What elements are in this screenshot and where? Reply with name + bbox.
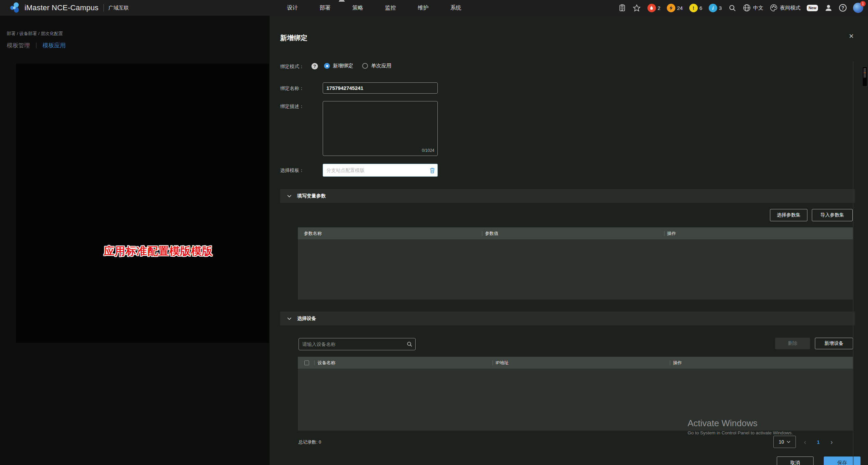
critical-alarm-flame-icon <box>647 4 656 12</box>
activate-windows-watermark: Activate Windows <box>688 418 757 429</box>
caret-down-icon <box>787 440 790 443</box>
binding-desc-wrap: 0/1024 <box>323 101 438 156</box>
save-button[interactable]: 保存 <box>824 456 861 465</box>
page-tabs: 模板管理 模板应用 <box>7 42 66 49</box>
section-variable-params[interactable]: 填写变量参数 <box>280 189 855 203</box>
page-content-area: 应用标准配置模版模版 <box>16 64 269 343</box>
param-table-body-empty <box>298 239 853 300</box>
device-search-field <box>299 338 416 350</box>
palette-icon <box>770 4 778 12</box>
template-select-input[interactable] <box>323 167 427 173</box>
col-device-name: 设备名称 <box>318 360 335 366</box>
section-title: 填写变量参数 <box>297 193 326 199</box>
page-size-value: 10 <box>779 439 784 445</box>
major-alarm-count: 24 <box>677 5 683 11</box>
search-icon[interactable] <box>728 4 736 12</box>
tab-template-management[interactable]: 模板管理 <box>7 42 30 49</box>
globe-icon <box>743 4 751 12</box>
import-param-set-button[interactable]: 导入参数集 <box>812 209 853 221</box>
top-right-tools: 2 24 ! 6 i 3 <box>618 0 863 16</box>
minor-alarm-group[interactable]: ! 6 <box>689 4 702 12</box>
cancel-button[interactable]: 取消 <box>777 456 814 465</box>
edge-annotation-widget[interactable] <box>862 67 867 86</box>
delete-device-button-disabled[interactable]: 删除 <box>775 338 810 349</box>
device-table-header: 设备名称 IP地址 操作 <box>298 357 853 369</box>
user-icon[interactable] <box>824 4 833 12</box>
critical-alarm-count: 2 <box>658 5 660 11</box>
pagination: 10 ‹ 1 › <box>773 436 837 448</box>
radio-single-apply[interactable]: 单次应用 <box>362 63 391 69</box>
page-size-select[interactable]: 10 <box>773 436 796 448</box>
binding-mode-label: 绑定模式： <box>280 64 304 70</box>
menu-design[interactable]: 设计 <box>287 4 298 12</box>
menu-deploy[interactable]: 部署 <box>320 4 331 12</box>
top-bar: iMaster NCE-Campus 广域互联 设计 部署 策略 监控 维护 系… <box>0 0 868 16</box>
close-icon[interactable]: × <box>849 32 854 40</box>
drawer-title: 新增绑定 <box>280 33 307 43</box>
next-page-button[interactable]: › <box>826 436 837 448</box>
column-divider <box>664 231 664 236</box>
template-select-field <box>323 164 438 177</box>
select-param-set-button[interactable]: 选择参数集 <box>770 209 807 221</box>
major-alarm-lightning-icon <box>667 4 675 12</box>
device-search-input[interactable] <box>299 341 404 347</box>
task-list-icon[interactable] <box>618 4 626 12</box>
new-feature-badge[interactable]: New <box>807 5 818 11</box>
binding-desc-textarea[interactable] <box>323 101 438 156</box>
breadcrumb: 部署 / 设备部署 / 层次化配置 <box>7 31 63 37</box>
col-param-value: 参数值 <box>485 230 498 237</box>
radio-new-binding[interactable]: 新增绑定 <box>324 63 353 69</box>
main-menu: 设计 部署 策略 监控 维护 系统 <box>287 0 461 16</box>
radio-unselected-icon <box>362 63 368 69</box>
param-table: 参数名称 参数值 操作 <box>298 227 853 300</box>
binding-name-label: 绑定名称： <box>280 85 304 92</box>
info-alarm-count: 3 <box>719 5 722 11</box>
product-title: iMaster NCE-Campus <box>25 3 99 12</box>
col-param-name: 参数名称 <box>304 230 322 237</box>
col-param-op: 操作 <box>667 230 676 237</box>
radio-selected-icon <box>324 63 330 69</box>
help-icon[interactable]: ? <box>839 4 847 12</box>
language-label: 中文 <box>753 5 763 11</box>
major-alarm-group[interactable]: 24 <box>667 4 683 12</box>
info-alarm-icon: i <box>709 4 717 12</box>
total-records-label: 总记录数: 0 <box>299 439 321 445</box>
user-avatar[interactable]: 1 <box>853 3 863 13</box>
column-divider <box>482 231 482 236</box>
info-alarm-group[interactable]: i 3 <box>709 4 722 12</box>
param-table-header: 参数名称 参数值 操作 <box>298 227 853 239</box>
avatar-notification-badge: 1 <box>860 1 866 6</box>
menu-policy[interactable]: 策略 <box>352 4 363 12</box>
favorites-star-icon[interactable] <box>633 4 641 12</box>
current-page-number[interactable]: 1 <box>814 439 822 445</box>
critical-alarm-group[interactable]: 2 <box>647 4 660 12</box>
section-select-device[interactable]: 选择设备 <box>280 311 855 325</box>
night-mode-switch[interactable]: 夜间模式 <box>770 4 800 12</box>
binding-desc-label: 绑定描述： <box>280 103 304 110</box>
section-title: 选择设备 <box>297 316 316 322</box>
search-icon[interactable] <box>404 341 415 347</box>
select-all-checkbox[interactable] <box>304 360 309 365</box>
menu-maintain[interactable]: 维护 <box>418 4 429 12</box>
binding-name-input[interactable] <box>323 82 438 94</box>
tab-divider <box>36 43 36 48</box>
chevron-down-icon <box>287 194 292 198</box>
add-device-button[interactable]: 新增设备 <box>815 338 853 349</box>
menu-monitor[interactable]: 监控 <box>385 4 396 12</box>
clear-template-trash-icon[interactable] <box>427 164 437 176</box>
language-switch[interactable]: 中文 <box>743 4 763 12</box>
menu-system[interactable]: 系统 <box>450 4 461 12</box>
red-annotation-text: 应用标准配置模版模版 <box>104 244 213 258</box>
drawer-scrollbar[interactable] <box>853 61 854 465</box>
chevron-down-icon <box>287 317 292 321</box>
prev-page-button[interactable]: ‹ <box>799 436 811 448</box>
mode-help-icon[interactable]: ? <box>311 63 318 69</box>
activate-windows-watermark-sub: Go to System in Control Panel to activat… <box>688 430 793 435</box>
product-subtitle: 广域互联 <box>109 5 129 11</box>
tab-template-application[interactable]: 模板应用 <box>43 42 66 49</box>
application-window: iMaster NCE-Campus 广域互联 设计 部署 策略 监控 维护 系… <box>0 0 868 465</box>
minor-alarm-exclamation-icon: ! <box>689 4 698 12</box>
add-binding-drawer: 新增绑定 × 绑定模式： ? 新增绑定 单次应用 绑定名称： 绑定描述： 0/1… <box>270 16 868 465</box>
column-divider <box>670 360 670 365</box>
select-template-label: 选择模板： <box>280 167 304 174</box>
